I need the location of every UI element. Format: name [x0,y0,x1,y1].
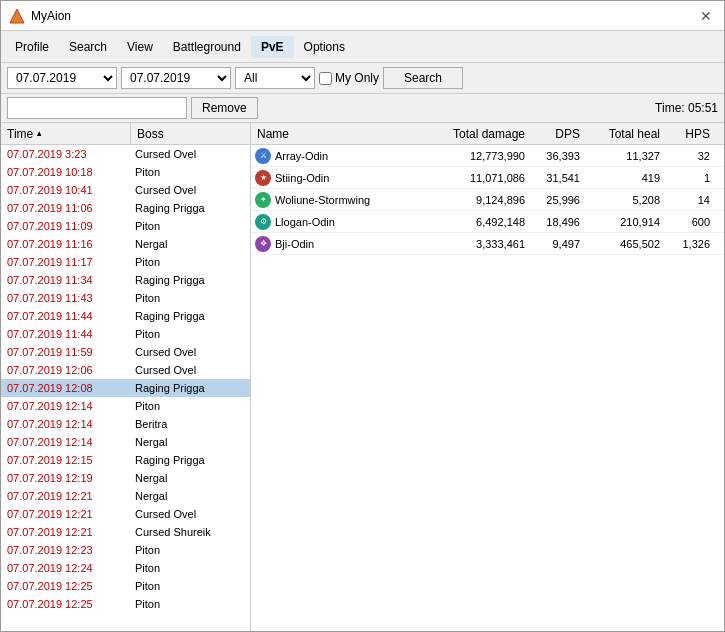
left-list[interactable]: 07.07.2019 3:23Cursed Ovel07.07.2019 10:… [1,145,250,631]
list-row[interactable]: 07.07.2019 11:17Piton [1,253,250,271]
total-damage-cell: 11,071,086 [441,172,531,184]
dps-cell: 36,393 [531,150,586,162]
list-row[interactable]: 07.07.2019 12:19Nergal [1,469,250,487]
player-name: Bji-Odin [275,238,314,250]
hps-cell: 14 [666,194,716,206]
time-cell: 07.07.2019 11:44 [1,328,131,340]
toolbar: 07.07.2019 07.07.2019 All My Only Search [1,63,724,94]
time-column-header: Time ▲ [1,123,131,144]
list-row[interactable]: 07.07.2019 3:23Cursed Ovel [1,145,250,163]
boss-cell: Cursed Ovel [131,346,250,358]
total-heal-cell: 5,208 [586,194,666,206]
list-row[interactable]: 07.07.2019 11:59Cursed Ovel [1,343,250,361]
time-cell: 07.07.2019 12:06 [1,364,131,376]
name-column-header: Name [251,123,441,144]
content-area: Time ▲ Boss 07.07.2019 3:23Cursed Ovel07… [1,123,724,631]
list-row[interactable]: 07.07.2019 12:25Piton [1,595,250,613]
boss-cell: Raging Prigga [131,454,250,466]
left-header: Time ▲ Boss [1,123,250,145]
time-cell: 07.07.2019 11:44 [1,310,131,322]
menu-profile[interactable]: Profile [5,36,59,58]
menu-view[interactable]: View [117,36,163,58]
total-heal-cell: 11,327 [586,150,666,162]
date-to-select[interactable]: 07.07.2019 [121,67,231,89]
date-from-select[interactable]: 07.07.2019 [7,67,117,89]
my-only-checkbox[interactable] [319,72,332,85]
total-heal-column-header: Total heal [586,123,666,144]
time-cell: 07.07.2019 11:09 [1,220,131,232]
search-input[interactable] [7,97,187,119]
player-icon: ⚙ [255,214,271,230]
list-row[interactable]: 07.07.2019 12:08Raging Prigga [1,379,250,397]
list-row[interactable]: 07.07.2019 12:21Nergal [1,487,250,505]
filter-select[interactable]: All [235,67,315,89]
right-row[interactable]: ⚔Array-Odin12,773,99036,39311,32732 [251,145,724,167]
total-damage-cell: 6,492,148 [441,216,531,228]
title-bar: MyAion ✕ [1,1,724,31]
time-cell: 07.07.2019 11:06 [1,202,131,214]
list-row[interactable]: 07.07.2019 12:06Cursed Ovel [1,361,250,379]
right-list: ⚔Array-Odin12,773,99036,39311,32732★Stii… [251,145,724,631]
close-button[interactable]: ✕ [696,6,716,26]
hps-cell: 1,326 [666,238,716,250]
remove-button[interactable]: Remove [191,97,258,119]
list-row[interactable]: 07.07.2019 11:09Piton [1,217,250,235]
total-damage-column-header: Total damage [441,123,531,144]
list-row[interactable]: 07.07.2019 12:25Piton [1,577,250,595]
list-row[interactable]: 07.07.2019 12:23Piton [1,541,250,559]
list-row[interactable]: 07.07.2019 11:16Nergal [1,235,250,253]
sort-arrow-icon: ▲ [35,129,43,138]
search-button[interactable]: Search [383,67,463,89]
time-label: Time: 05:51 [655,101,718,115]
time-cell: 07.07.2019 11:16 [1,238,131,250]
svg-marker-0 [10,9,24,23]
right-row[interactable]: ⚙Llogan-Odin6,492,14818,496210,914600 [251,211,724,233]
time-cell: 07.07.2019 12:25 [1,580,131,592]
app-icon [9,8,25,24]
list-row[interactable]: 07.07.2019 10:18Piton [1,163,250,181]
boss-cell: Piton [131,400,250,412]
list-row[interactable]: 07.07.2019 11:34Raging Prigga [1,271,250,289]
list-row[interactable]: 07.07.2019 12:21Cursed Shureik [1,523,250,541]
time-cell: 07.07.2019 10:41 [1,184,131,196]
boss-cell: Nergal [131,436,250,448]
list-row[interactable]: 07.07.2019 12:14Beritra [1,415,250,433]
name-cell: ⚔Array-Odin [251,148,441,164]
total-heal-cell: 419 [586,172,666,184]
boss-cell: Cursed Ovel [131,364,250,376]
list-row[interactable]: 07.07.2019 12:24Piton [1,559,250,577]
total-heal-cell: 210,914 [586,216,666,228]
list-row[interactable]: 07.07.2019 11:43Piton [1,289,250,307]
boss-cell: Nergal [131,238,250,250]
list-row[interactable]: 07.07.2019 11:44Raging Prigga [1,307,250,325]
list-row[interactable]: 07.07.2019 12:14Nergal [1,433,250,451]
list-row[interactable]: 07.07.2019 11:06Raging Prigga [1,199,250,217]
boss-cell: Piton [131,220,250,232]
boss-cell: Raging Prigga [131,382,250,394]
time-cell: 07.07.2019 12:21 [1,490,131,502]
right-row[interactable]: ★Stiing-Odin11,071,08631,5414191 [251,167,724,189]
list-row[interactable]: 07.07.2019 12:14Piton [1,397,250,415]
menu-pve[interactable]: PvE [251,36,294,58]
boss-cell: Piton [131,328,250,340]
right-row[interactable]: ❖Bji-Odin3,333,4619,497465,5021,326 [251,233,724,255]
list-row[interactable]: 07.07.2019 11:44Piton [1,325,250,343]
list-row[interactable]: 07.07.2019 12:15Raging Prigga [1,451,250,469]
menu-battleground[interactable]: Battleground [163,36,251,58]
list-row[interactable]: 07.07.2019 12:21Cursed Ovel [1,505,250,523]
name-cell: ❖Bji-Odin [251,236,441,252]
right-row[interactable]: ✦Woliune-Stormwing9,124,89625,9965,20814 [251,189,724,211]
player-name: Woliune-Stormwing [275,194,370,206]
time-cell: 07.07.2019 11:17 [1,256,131,268]
dps-cell: 25,996 [531,194,586,206]
boss-cell: Piton [131,598,250,610]
list-row[interactable]: 07.07.2019 10:41Cursed Ovel [1,181,250,199]
time-cell: 07.07.2019 12:24 [1,562,131,574]
boss-cell: Piton [131,166,250,178]
menu-search[interactable]: Search [59,36,117,58]
time-cell: 07.07.2019 12:15 [1,454,131,466]
time-cell: 07.07.2019 12:14 [1,400,131,412]
total-damage-cell: 3,333,461 [441,238,531,250]
player-name: Llogan-Odin [275,216,335,228]
menu-options[interactable]: Options [294,36,355,58]
